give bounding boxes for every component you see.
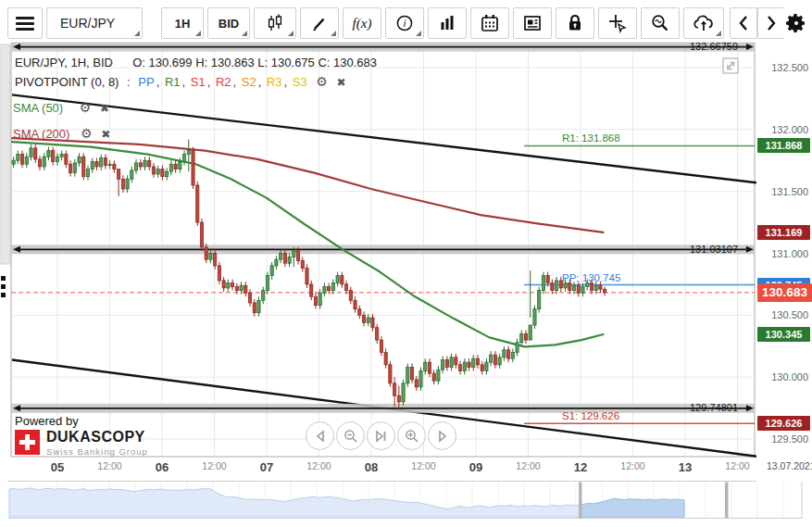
time-tick: 05 [51, 460, 64, 474]
pivot-level-r3: R3 [267, 75, 282, 89]
navigator-handle-left[interactable] [579, 483, 582, 519]
zoom-out-icon [344, 429, 358, 444]
sma50-settings-icon[interactable]: ⚙ [80, 100, 92, 115]
sma200-settings-icon[interactable]: ⚙ [81, 126, 93, 141]
zoom-in-button[interactable] [397, 421, 426, 450]
svg-text:132.66759: 132.66759 [690, 41, 738, 52]
powered-by-label: Powered by [15, 414, 148, 428]
price-tick: 130.500 [756, 309, 808, 320]
chart-nav-buttons [306, 421, 456, 450]
price-axis[interactable]: 132.500132.000131.500131.000130.500130.0… [756, 44, 812, 482]
price-tick: 132.500 [756, 62, 808, 73]
price-tick: 130.000 [756, 371, 808, 383]
time-tick: 12 [574, 460, 587, 474]
time-tick: 07 [260, 460, 273, 474]
sma200-close-icon[interactable]: ✖ [101, 128, 110, 141]
time-axis[interactable]: 0512:000612:000712:000812:000912:001212:… [0, 458, 812, 480]
price-tick: 131.500 [756, 186, 808, 197]
pivot-legend-row: PIVOTPOINT (0, 8) : PP, R1, S1, R2, S2, … [15, 74, 346, 89]
svg-text:131.03107: 131.03107 [690, 244, 738, 255]
time-tick: 12:00 [516, 460, 540, 471]
sma200-label: SMA (200) [13, 127, 69, 141]
pivot-close-icon[interactable]: ✖ [336, 76, 345, 89]
pivot-indicator-name: PIVOTPOINT (0, 8) [15, 75, 119, 89]
pivot-separator: : [127, 75, 131, 89]
sma50-close-icon[interactable]: ✖ [100, 102, 109, 115]
time-tick: 13 [679, 460, 692, 474]
step-back-button[interactable] [306, 421, 334, 450]
time-tick: 12:00 [411, 460, 435, 471]
time-tick: 09 [469, 460, 482, 474]
navigator-handle-right[interactable] [725, 483, 729, 519]
time-tick: 12:00 [306, 460, 331, 471]
sma200-legend-row: SMA (200) ⚙ ✖ [13, 126, 110, 141]
time-tick: 12:00 [620, 460, 644, 471]
svg-text:S1: 129.626: S1: 129.626 [562, 410, 619, 421]
pivot-level-r1: R1 [165, 75, 181, 89]
svg-text:129.74801: 129.74801 [690, 402, 738, 413]
brand-subtitle: Swiss Banking Group [46, 446, 148, 457]
price-level-badge: 129.626 [757, 416, 810, 431]
pivot-settings-icon[interactable]: ⚙ [316, 74, 328, 89]
swiss-flag-logo [15, 430, 40, 455]
pivot-levels: PP, R1, S1, R2, S2, R3, S3 [138, 75, 306, 89]
pivot-level-pp: PP [138, 75, 154, 89]
price-level-badge: 131.868 [757, 138, 810, 153]
pivot-level-s1: S1 [191, 75, 206, 89]
svg-text:R1: 131.868: R1: 131.868 [562, 132, 620, 144]
pivot-level-s2: S2 [242, 75, 256, 89]
chart-title: EUR/JPY, 1H, BID [15, 56, 113, 69]
detach-chart-button[interactable] [720, 56, 741, 76]
step-forward-icon [436, 430, 449, 443]
price-tick: 129.500 [756, 433, 808, 445]
time-tick: 06 [156, 460, 169, 474]
current-price-badge: 130.683 [757, 283, 812, 302]
price-level-badge: 130.345 [757, 327, 810, 342]
price-level-badge: 131.169 [757, 225, 810, 240]
step-back-icon [314, 430, 327, 443]
time-tick: 08 [365, 460, 378, 474]
sma50-legend-row: SMA (50) ⚙ ✖ [13, 100, 109, 115]
sma50-label: SMA (50) [13, 101, 63, 115]
pivot-level-r2: R2 [216, 75, 231, 89]
step-forward-button[interactable] [428, 421, 456, 450]
play-to-end-button[interactable] [367, 421, 395, 450]
brand-name: DUKASCOPY [46, 430, 148, 445]
zoom-in-icon [405, 429, 419, 444]
time-tick: 12:00 [725, 460, 749, 471]
pivot-level-s3: S3 [293, 75, 307, 89]
trading-platform-window: EUR/JPY 1H BID [0, 0, 812, 527]
watermark: Powered by DUKASCOPY Swiss Banking Group [15, 414, 148, 457]
detach-icon [720, 56, 741, 76]
price-tick: 131.000 [756, 248, 808, 259]
chart-title-row: EUR/JPY, 1H, BID O: 130.699 H: 130.863 L… [15, 56, 377, 69]
time-tick: 12:00 [202, 460, 226, 471]
price-tick: 132.000 [756, 124, 808, 135]
time-tick: 12:00 [97, 460, 121, 471]
chart-ohlc: O: 130.699 H: 130.863 L: 130.675 C: 130.… [132, 56, 377, 69]
play-to-end-icon [374, 430, 388, 443]
time-axis-date: 13.07.2021 [767, 460, 812, 471]
zoom-out-button[interactable] [336, 421, 365, 450]
